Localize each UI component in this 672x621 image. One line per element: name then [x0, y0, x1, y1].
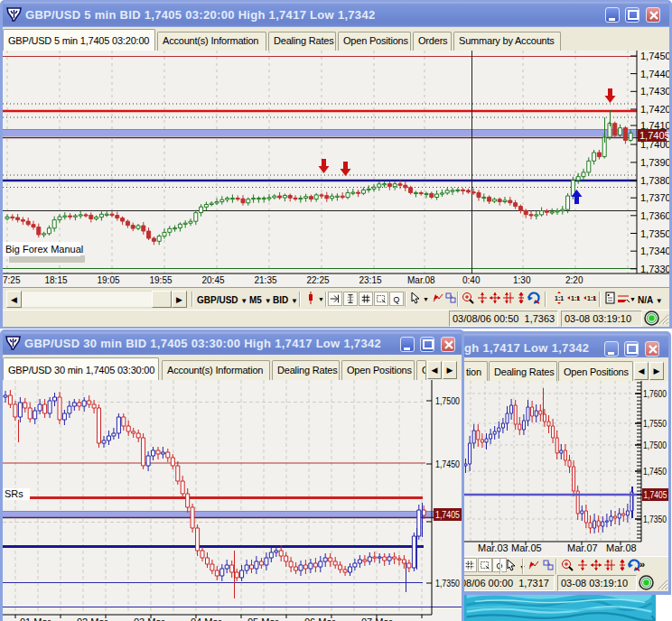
- svg-text:1,7350: 1,7350: [643, 514, 667, 524]
- svg-text:02 Mar: 02 Mar: [77, 616, 108, 621]
- svg-text:Big Forex Manual: Big Forex Manual: [5, 244, 83, 255]
- svg-text:Mar.03: Mar.03: [478, 542, 509, 553]
- svg-text:01 Mar: 01 Mar: [20, 616, 51, 621]
- svg-text:23:15: 23:15: [359, 275, 382, 285]
- svg-text:19:55: 19:55: [150, 275, 173, 285]
- svg-text:06 Mar: 06 Mar: [304, 616, 336, 621]
- svg-text:1:30: 1:30: [513, 275, 531, 285]
- svg-text:20:45: 20:45: [202, 275, 225, 285]
- svg-text:2:20: 2:20: [565, 275, 583, 285]
- svg-text:1,7600: 1,7600: [643, 389, 667, 399]
- svg-text:1,7500: 1,7500: [643, 440, 667, 450]
- svg-text:21:35: 21:35: [255, 275, 277, 285]
- svg-text:05 Mar: 05 Mar: [247, 616, 279, 621]
- svg-text:1,7350: 1,7350: [435, 578, 460, 589]
- svg-text:1,7450: 1,7450: [435, 459, 460, 469]
- svg-text:1,7405: 1,7405: [435, 509, 460, 520]
- svg-text:1,7550: 1,7550: [643, 419, 667, 429]
- svg-text:7:25: 7:25: [3, 275, 21, 285]
- svg-text:19:05: 19:05: [98, 275, 120, 285]
- svg-text:1,7370: 1,7370: [640, 192, 669, 203]
- svg-text:22:25: 22:25: [307, 275, 330, 285]
- svg-text:1,7360: 1,7360: [640, 210, 669, 221]
- svg-text:1,7405: 1,7405: [644, 490, 667, 500]
- svg-text:07 Mar: 07 Mar: [361, 616, 393, 621]
- svg-text:1,7450: 1,7450: [643, 467, 667, 477]
- svg-text:1,7420: 1,7420: [640, 104, 669, 115]
- svg-text:0:40: 0:40: [462, 275, 481, 285]
- svg-text:Mar.08: Mar.08: [407, 275, 435, 285]
- svg-text:Mar.05: Mar.05: [511, 542, 542, 553]
- svg-text:Mar.07: Mar.07: [567, 542, 598, 553]
- svg-text:1,7500: 1,7500: [435, 395, 460, 406]
- svg-text:1,7380: 1,7380: [640, 175, 669, 186]
- svg-text:03 Mar: 03 Mar: [134, 616, 165, 621]
- svg-text:1,7340: 1,7340: [640, 246, 669, 256]
- svg-text:Q: Q: [394, 295, 400, 304]
- svg-text:18:15: 18:15: [45, 275, 68, 285]
- svg-text:1,7405: 1,7405: [639, 130, 669, 141]
- svg-text:1,7430: 1,7430: [640, 86, 669, 97]
- svg-text:1,7390: 1,7390: [640, 157, 669, 168]
- svg-text:04 Mar: 04 Mar: [191, 616, 222, 621]
- svg-text:Mar.08: Mar.08: [606, 542, 637, 553]
- svg-text:1:1: 1:1: [555, 295, 564, 301]
- svg-text:SRs: SRs: [5, 488, 23, 499]
- svg-text:1,7440: 1,7440: [640, 69, 669, 79]
- svg-text:1,7450: 1,7450: [640, 51, 669, 61]
- svg-text:1,7330: 1,7330: [640, 264, 669, 274]
- svg-text:1,7350: 1,7350: [640, 228, 669, 239]
